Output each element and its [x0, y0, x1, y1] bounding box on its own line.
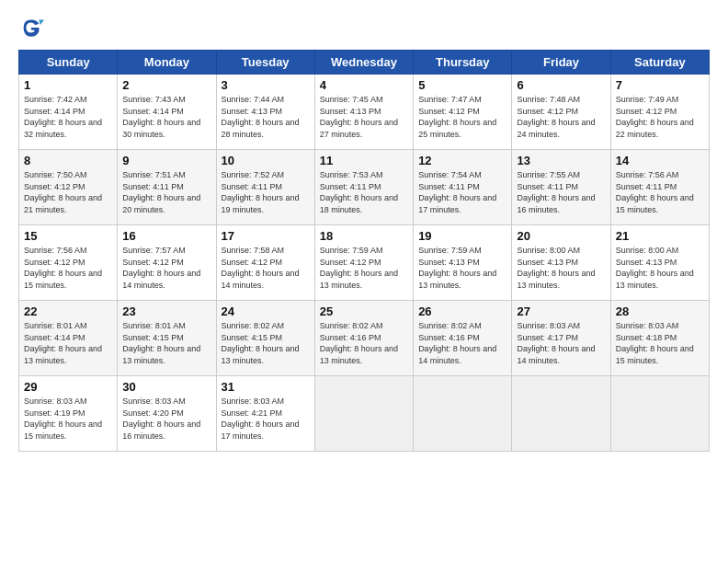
calendar-cell: 29Sunrise: 8:03 AMSunset: 4:19 PMDayligh…: [19, 376, 118, 452]
calendar-week-row: 8Sunrise: 7:50 AMSunset: 4:12 PMDaylight…: [19, 150, 710, 225]
day-number: 11: [320, 154, 409, 167]
day-info: Sunrise: 7:51 AMSunset: 4:11 PMDaylight:…: [122, 169, 211, 215]
day-info: Sunrise: 7:57 AMSunset: 4:12 PMDaylight:…: [122, 245, 211, 291]
day-number: 19: [418, 229, 507, 243]
calendar-cell: 8Sunrise: 7:50 AMSunset: 4:12 PMDaylight…: [19, 150, 118, 225]
day-info: Sunrise: 7:45 AMSunset: 4:13 PMDaylight:…: [320, 94, 409, 140]
calendar-cell: 21Sunrise: 8:00 AMSunset: 4:13 PMDayligh…: [610, 225, 709, 301]
calendar-cell: 9Sunrise: 7:51 AMSunset: 4:11 PMDaylight…: [118, 150, 216, 225]
day-number: 28: [616, 304, 705, 318]
day-number: 31: [222, 380, 311, 394]
day-number: 1: [24, 78, 113, 92]
day-info: Sunrise: 7:54 AMSunset: 4:11 PMDaylight:…: [418, 169, 507, 215]
day-info: Sunrise: 8:00 AMSunset: 4:13 PMDaylight:…: [616, 245, 705, 291]
day-number: 6: [517, 78, 606, 92]
day-info: Sunrise: 7:48 AMSunset: 4:12 PMDaylight:…: [517, 94, 606, 140]
calendar-cell: 23Sunrise: 8:01 AMSunset: 4:15 PMDayligh…: [118, 301, 216, 376]
calendar-cell: 19Sunrise: 7:59 AMSunset: 4:13 PMDayligh…: [414, 225, 512, 301]
day-number: 9: [122, 154, 211, 167]
day-info: Sunrise: 7:49 AMSunset: 4:12 PMDaylight:…: [616, 94, 705, 140]
day-number: 23: [122, 304, 211, 318]
calendar-cell: 10Sunrise: 7:52 AMSunset: 4:11 PMDayligh…: [216, 150, 314, 225]
day-info: Sunrise: 7:52 AMSunset: 4:11 PMDaylight:…: [222, 169, 311, 215]
logo: [18, 15, 48, 40]
calendar-cell: 6Sunrise: 7:48 AMSunset: 4:12 PMDaylight…: [512, 75, 610, 150]
day-info: Sunrise: 8:03 AMSunset: 4:20 PMDaylight:…: [122, 396, 211, 442]
day-number: 2: [122, 78, 211, 92]
calendar-cell: 17Sunrise: 7:58 AMSunset: 4:12 PMDayligh…: [216, 225, 314, 301]
column-header-wednesday: Wednesday: [314, 51, 413, 75]
calendar-cell: 25Sunrise: 8:02 AMSunset: 4:16 PMDayligh…: [314, 301, 413, 376]
day-info: Sunrise: 7:56 AMSunset: 4:11 PMDaylight:…: [616, 169, 705, 215]
calendar-cell: 1Sunrise: 7:42 AMSunset: 4:14 PMDaylight…: [19, 75, 118, 150]
column-header-thursday: Thursday: [414, 51, 512, 75]
column-header-sunday: Sunday: [19, 51, 118, 75]
day-number: 30: [122, 380, 211, 394]
calendar-cell: 30Sunrise: 8:03 AMSunset: 4:20 PMDayligh…: [118, 376, 216, 452]
calendar-header-row: SundayMondayTuesdayWednesdayThursdayFrid…: [19, 51, 710, 75]
logo-icon: [18, 15, 44, 40]
calendar-cell: 2Sunrise: 7:43 AMSunset: 4:14 PMDaylight…: [118, 75, 216, 150]
day-info: Sunrise: 8:03 AMSunset: 4:21 PMDaylight:…: [222, 396, 311, 442]
calendar-cell: 12Sunrise: 7:54 AMSunset: 4:11 PMDayligh…: [414, 150, 512, 225]
day-number: 20: [517, 229, 606, 243]
calendar-cell: 7Sunrise: 7:49 AMSunset: 4:12 PMDaylight…: [610, 75, 709, 150]
calendar-cell: 18Sunrise: 7:59 AMSunset: 4:12 PMDayligh…: [314, 225, 413, 301]
day-number: 7: [616, 78, 705, 92]
calendar-cell: 15Sunrise: 7:56 AMSunset: 4:12 PMDayligh…: [19, 225, 118, 301]
calendar-container: SundayMondayTuesdayWednesdayThursdayFrid…: [0, 0, 728, 461]
day-number: 5: [418, 78, 507, 92]
day-info: Sunrise: 7:43 AMSunset: 4:14 PMDaylight:…: [122, 94, 211, 140]
calendar-cell: 14Sunrise: 7:56 AMSunset: 4:11 PMDayligh…: [610, 150, 709, 225]
day-info: Sunrise: 8:02 AMSunset: 4:16 PMDaylight:…: [320, 320, 409, 366]
calendar-cell: [414, 376, 512, 452]
calendar-cell: 13Sunrise: 7:55 AMSunset: 4:11 PMDayligh…: [512, 150, 610, 225]
day-info: Sunrise: 7:56 AMSunset: 4:12 PMDaylight:…: [24, 245, 113, 291]
calendar-cell: 11Sunrise: 7:53 AMSunset: 4:11 PMDayligh…: [314, 150, 413, 225]
calendar-cell: [610, 376, 709, 452]
calendar-cell: 20Sunrise: 8:00 AMSunset: 4:13 PMDayligh…: [512, 225, 610, 301]
calendar-cell: 3Sunrise: 7:44 AMSunset: 4:13 PMDaylight…: [216, 75, 314, 150]
day-info: Sunrise: 8:01 AMSunset: 4:15 PMDaylight:…: [122, 320, 211, 366]
day-info: Sunrise: 8:03 AMSunset: 4:19 PMDaylight:…: [24, 396, 113, 442]
day-info: Sunrise: 7:55 AMSunset: 4:11 PMDaylight:…: [517, 169, 606, 215]
calendar-week-row: 1Sunrise: 7:42 AMSunset: 4:14 PMDaylight…: [19, 75, 710, 150]
calendar-cell: 24Sunrise: 8:02 AMSunset: 4:15 PMDayligh…: [216, 301, 314, 376]
day-info: Sunrise: 8:03 AMSunset: 4:18 PMDaylight:…: [616, 320, 705, 366]
day-number: 12: [418, 154, 507, 167]
day-info: Sunrise: 8:02 AMSunset: 4:16 PMDaylight:…: [418, 320, 507, 366]
day-number: 13: [517, 154, 606, 167]
calendar-cell: 4Sunrise: 7:45 AMSunset: 4:13 PMDaylight…: [314, 75, 413, 150]
day-info: Sunrise: 7:53 AMSunset: 4:11 PMDaylight:…: [320, 169, 409, 215]
day-number: 10: [222, 154, 311, 167]
calendar-header: [18, 15, 710, 40]
calendar-cell: 22Sunrise: 8:01 AMSunset: 4:14 PMDayligh…: [19, 301, 118, 376]
day-number: 27: [517, 304, 606, 318]
day-number: 17: [222, 229, 311, 243]
day-info: Sunrise: 8:02 AMSunset: 4:15 PMDaylight:…: [222, 320, 311, 366]
day-number: 8: [24, 154, 113, 167]
calendar-table: SundayMondayTuesdayWednesdayThursdayFrid…: [18, 50, 710, 452]
calendar-cell: [512, 376, 610, 452]
calendar-week-row: 22Sunrise: 8:01 AMSunset: 4:14 PMDayligh…: [19, 301, 710, 376]
column-header-monday: Monday: [118, 51, 216, 75]
calendar-cell: 27Sunrise: 8:03 AMSunset: 4:17 PMDayligh…: [512, 301, 610, 376]
day-number: 21: [616, 229, 705, 243]
calendar-cell: 28Sunrise: 8:03 AMSunset: 4:18 PMDayligh…: [610, 301, 709, 376]
day-number: 24: [222, 304, 311, 318]
day-number: 3: [222, 78, 311, 92]
calendar-cell: 26Sunrise: 8:02 AMSunset: 4:16 PMDayligh…: [414, 301, 512, 376]
calendar-cell: 16Sunrise: 7:57 AMSunset: 4:12 PMDayligh…: [118, 225, 216, 301]
day-number: 4: [320, 78, 409, 92]
day-number: 22: [24, 304, 113, 318]
day-info: Sunrise: 8:01 AMSunset: 4:14 PMDaylight:…: [24, 320, 113, 366]
day-number: 18: [320, 229, 409, 243]
day-info: Sunrise: 7:50 AMSunset: 4:12 PMDaylight:…: [24, 169, 113, 215]
column-header-tuesday: Tuesday: [216, 51, 314, 75]
calendar-cell: [314, 376, 413, 452]
day-number: 16: [122, 229, 211, 243]
day-info: Sunrise: 7:59 AMSunset: 4:13 PMDaylight:…: [418, 245, 507, 291]
svg-marker-0: [39, 20, 44, 26]
day-info: Sunrise: 8:00 AMSunset: 4:13 PMDaylight:…: [517, 245, 606, 291]
day-number: 15: [24, 229, 113, 243]
